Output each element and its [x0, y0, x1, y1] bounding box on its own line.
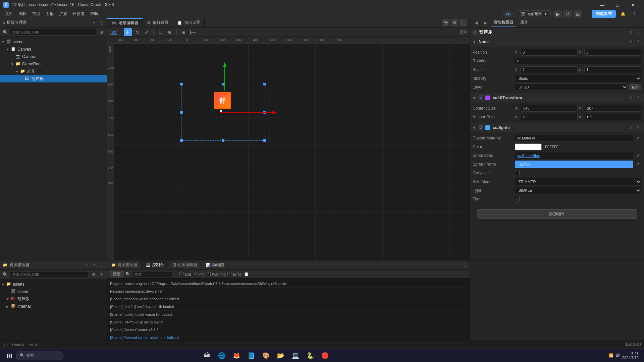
tree-item-scene[interactable]: ▼ 🎬 scene [0, 38, 107, 46]
refresh-btn[interactable]: ↺ [564, 10, 572, 18]
sprite-checkbox[interactable]: ✓ [479, 125, 483, 130]
tab-asset-manager[interactable]: 📁 资源管理器 [107, 260, 142, 270]
handle-tl[interactable] [180, 83, 183, 85]
handle-bl[interactable] [180, 139, 183, 142]
mode-switch[interactable]: 2D [502, 11, 514, 17]
taskbar-app-0[interactable]: 🏔 [200, 350, 214, 362]
node-section-header[interactable]: ▼ Node ℹ ? [470, 37, 644, 47]
ui-transform-checkbox[interactable]: ✓ [479, 96, 483, 100]
tab-animation-graph[interactable]: 📊 动画图 [202, 260, 228, 270]
sprite-atlas-input[interactable] [515, 152, 633, 159]
filter-error-checkbox[interactable]: ✓ [227, 272, 231, 276]
handle-br[interactable] [263, 139, 266, 142]
taskbar-app-1[interactable]: 🌐 [215, 350, 228, 362]
tree-item-gameroot[interactable]: ▼ 📁 GameRoot [0, 60, 107, 68]
menu-developer[interactable]: 开发者 [70, 10, 87, 18]
grayscale-checkbox[interactable] [515, 171, 520, 175]
add-component-btn[interactable]: 添加组件 [477, 209, 637, 219]
nav-back-btn[interactable]: ◀ [473, 19, 479, 26]
tree-item-canvas[interactable]: ▼ 📋 Canvas [0, 46, 107, 53]
grid-btn[interactable]: ⊞ [574, 10, 582, 18]
custom-material-input[interactable] [515, 135, 633, 141]
tree-item-camera[interactable]: ▶ 📷 Camera [0, 53, 107, 60]
scene-view[interactable]: -350 -300 -200 -100 0 100 200 300 400 50… [107, 37, 470, 260]
refresh-asset-btn[interactable]: ↺ [91, 262, 97, 268]
sprite-help-btn[interactable]: ? [635, 125, 641, 131]
play-btn[interactable]: ▶ [553, 10, 562, 18]
add-node-btn[interactable]: + [91, 20, 97, 26]
sprite-object[interactable]: 舒 [214, 92, 231, 109]
taskbar-app-5[interactable]: 📂 [274, 350, 287, 362]
notification-btn[interactable]: 🔔 [619, 10, 627, 18]
scale-tool-btn[interactable]: ⤢ [143, 28, 151, 36]
color-swatch[interactable] [515, 143, 542, 150]
current-scene-btn[interactable]: 🎬 当前场景 ▼ [517, 10, 551, 17]
fullscreen-btn[interactable]: ⛶ [460, 19, 467, 26]
sprite-atlas-link-btn[interactable]: ↗ [635, 152, 641, 159]
help-btn[interactable]: ? [630, 10, 639, 18]
publish-btn[interactable]: 构建发布 [592, 10, 616, 18]
taskbar-app-4[interactable]: 🎨 [259, 350, 273, 362]
menu-node[interactable]: 节点 [30, 10, 43, 18]
filter-warning-checkbox[interactable]: ✓ [207, 272, 211, 276]
handle-tr[interactable] [263, 83, 266, 85]
node-menu-btn[interactable]: ⋮ [635, 29, 641, 35]
position-y-input[interactable] [584, 49, 642, 56]
tab-console[interactable]: 💻 控制台 [142, 260, 168, 270]
taskbar-search-bar[interactable]: 🔍 搜索 [16, 351, 63, 360]
scale-y-input[interactable] [584, 66, 642, 73]
content-height-input[interactable] [585, 105, 642, 112]
project-settings-tab[interactable]: 📋 项目设置 [173, 18, 205, 27]
menu-extend[interactable]: 扩展 [56, 10, 70, 18]
move-tool-btn[interactable]: ✛ [124, 28, 132, 36]
transform-btn[interactable]: ⊕ [166, 28, 174, 36]
asset-item-assets[interactable]: ▼ 📁 assets [0, 281, 107, 288]
taskbar-app-3[interactable]: 📘 [245, 350, 258, 362]
ui-transform-info-btn[interactable]: ℹ [628, 95, 634, 101]
node-section-info-btn[interactable]: ℹ [628, 39, 634, 45]
inspector-properties-tab[interactable]: 属性检查器 [491, 19, 516, 26]
maximize-btn[interactable]: □ [610, 0, 625, 10]
taskbar-app-2[interactable]: 🦊 [230, 350, 243, 362]
layer-edit-btn[interactable]: Edit [629, 84, 641, 90]
ui-transform-help-btn[interactable]: ? [635, 95, 641, 101]
node-name-header[interactable]: ✓ 葫芦乐 ℹ ⋮ [470, 27, 644, 37]
menu-panel[interactable]: 面板 [43, 10, 56, 18]
new-asset-btn[interactable]: + [84, 262, 90, 268]
gizmo-btn[interactable]: ⚙ [451, 19, 458, 26]
handle-bm[interactable] [222, 139, 224, 142]
tree-item-props[interactable]: ▼ 📁 道具 [0, 68, 107, 75]
x-axis-gizmo[interactable] [220, 109, 280, 117]
filter-info-checkbox[interactable]: ✓ [193, 272, 197, 276]
asset-item-hulusan[interactable]: ▼ 🖼 葫芦乐 [0, 295, 107, 303]
content-width-input[interactable] [521, 105, 578, 112]
menu-edit[interactable]: 编辑 [16, 10, 30, 18]
position-x-input[interactable] [520, 49, 578, 56]
asset-refresh-btn[interactable]: ↺ [98, 272, 104, 278]
rotate-tool-btn[interactable]: ↻ [133, 28, 141, 36]
node-section-help-btn[interactable]: ? [635, 39, 641, 45]
asset-item-internal[interactable]: ▶ 📦 internal [0, 303, 107, 310]
inspector-services-tab[interactable]: 服务 [518, 19, 530, 26]
hierarchy-search-input[interactable] [10, 29, 96, 36]
hierarchy-filter-btn[interactable]: ⊞ [98, 29, 104, 35]
anchor-btn[interactable]: ⊞ [179, 28, 187, 36]
type-select[interactable]: SIMPLE SLICED TILED FILLED [515, 187, 641, 194]
console-search-input[interactable] [132, 271, 172, 277]
asset-menu-btn[interactable]: ⋮ [98, 262, 104, 268]
node-visible-checkbox[interactable]: ✓ [473, 30, 477, 35]
scale-x-input[interactable] [520, 66, 578, 73]
handle-ml[interactable] [180, 111, 183, 114]
asset-filter-btn[interactable]: ⊞ [90, 272, 96, 278]
taskbar-app-7[interactable]: 🐍 [304, 350, 317, 362]
nav-forward-btn[interactable]: ▶ [482, 19, 489, 26]
anchor-y-input[interactable] [585, 114, 642, 120]
scene-editor-tab[interactable]: 🎮 场景编辑器 [107, 18, 143, 27]
taskbar-clock[interactable]: 5:23 2024/7/19 [622, 352, 639, 360]
trim-checkbox[interactable]: ✓ [515, 197, 520, 201]
windows-start-btn[interactable]: ⊞ [3, 350, 16, 362]
asset-item-scene[interactable]: ▶ 🎬 scene [0, 288, 107, 295]
size-mode-select[interactable]: TRIMMED RAW CUSTOM [515, 178, 641, 185]
tree-item-hulusan[interactable]: ▶ 🖼 葫芦乐 [0, 75, 107, 82]
menu-help[interactable]: 帮助 [87, 10, 101, 18]
